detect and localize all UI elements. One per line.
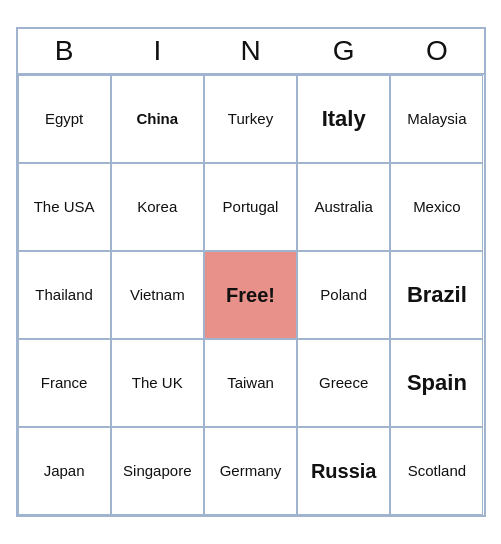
bingo-cell-12[interactable]: Free! [204, 251, 297, 339]
bingo-cell-3[interactable]: Italy [297, 75, 390, 163]
bingo-header: BINGO [18, 29, 484, 73]
bingo-header-letter: B [18, 29, 111, 73]
bingo-cell-5[interactable]: The USA [18, 163, 111, 251]
bingo-cell-6[interactable]: Korea [111, 163, 204, 251]
bingo-cell-21[interactable]: Singapore [111, 427, 204, 515]
bingo-cell-18[interactable]: Greece [297, 339, 390, 427]
bingo-cell-20[interactable]: Japan [18, 427, 111, 515]
bingo-card: BINGO EgyptChinaTurkeyItalyMalaysiaThe U… [16, 27, 486, 517]
bingo-grid: EgyptChinaTurkeyItalyMalaysiaThe USAKore… [18, 73, 484, 515]
bingo-cell-10[interactable]: Thailand [18, 251, 111, 339]
bingo-cell-15[interactable]: France [18, 339, 111, 427]
bingo-cell-24[interactable]: Scotland [390, 427, 483, 515]
bingo-cell-23[interactable]: Russia [297, 427, 390, 515]
bingo-cell-19[interactable]: Spain [390, 339, 483, 427]
bingo-cell-8[interactable]: Australia [297, 163, 390, 251]
bingo-cell-0[interactable]: Egypt [18, 75, 111, 163]
bingo-cell-16[interactable]: The UK [111, 339, 204, 427]
bingo-cell-2[interactable]: Turkey [204, 75, 297, 163]
bingo-cell-14[interactable]: Brazil [390, 251, 483, 339]
bingo-cell-22[interactable]: Germany [204, 427, 297, 515]
bingo-cell-17[interactable]: Taiwan [204, 339, 297, 427]
bingo-header-letter: O [390, 29, 483, 73]
bingo-cell-7[interactable]: Portugal [204, 163, 297, 251]
bingo-cell-1[interactable]: China [111, 75, 204, 163]
bingo-header-letter: N [204, 29, 297, 73]
bingo-cell-13[interactable]: Poland [297, 251, 390, 339]
bingo-header-letter: G [297, 29, 390, 73]
bingo-cell-9[interactable]: Mexico [390, 163, 483, 251]
bingo-cell-11[interactable]: Vietnam [111, 251, 204, 339]
bingo-header-letter: I [111, 29, 204, 73]
bingo-cell-4[interactable]: Malaysia [390, 75, 483, 163]
